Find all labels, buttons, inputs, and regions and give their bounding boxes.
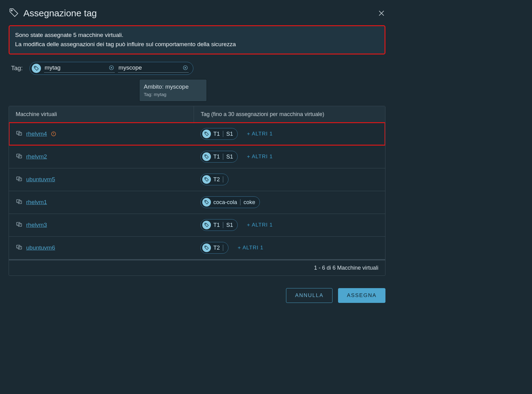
more-tags-link[interactable]: + ALTRI 1 (238, 245, 264, 251)
dialog-title: Assegnazione tag (23, 8, 97, 18)
chip-scope: S1 (226, 222, 233, 228)
cell-tags: T2 (194, 169, 385, 190)
tooltip-tag: Tag: mytag (144, 91, 202, 98)
tag-chip[interactable]: T2 (200, 242, 228, 254)
dialog-header: Assegnazione tag (9, 7, 385, 19)
warning-line-1: Sono state assegnate 5 macchine virtuali… (15, 30, 379, 40)
tag-chip-icon (202, 243, 211, 252)
vm-icon (16, 175, 22, 184)
chip-tag: coca-cola (213, 199, 237, 206)
close-icon[interactable] (377, 9, 385, 17)
tag-name-input[interactable] (45, 64, 106, 71)
svg-point-7 (205, 133, 206, 133)
chip-tag: T2 (213, 176, 220, 183)
svg-point-16 (205, 201, 206, 202)
more-tags-link[interactable]: + ALTRI 1 (247, 222, 273, 228)
svg-point-13 (205, 178, 206, 179)
tag-chip[interactable]: T1S1 (200, 128, 238, 140)
vm-icon (16, 198, 22, 207)
more-tags-link[interactable]: + ALTRI 1 (247, 131, 273, 137)
table-row: rhelvm3T1S1+ ALTRI 1 (9, 214, 385, 236)
tag-pill (30, 62, 193, 75)
dialog-actions: ANNULLA ASSEGNA (9, 288, 385, 303)
table-row: rhelvm1coca-colacoke (9, 191, 385, 214)
tag-chip-icon (202, 130, 211, 138)
vm-icon (16, 130, 22, 138)
cell-vm: rhelvm1 (9, 193, 194, 211)
table-row: ubuntuvm6T2+ ALTRI 1 (9, 236, 385, 259)
cell-tags: coca-colacoke (194, 191, 385, 213)
vm-link[interactable]: ubuntuvm6 (26, 244, 55, 251)
cell-tags: T1S1+ ALTRI 1 (194, 214, 385, 236)
table-row: rhelvm4T1S1+ ALTRI 1 (9, 123, 385, 145)
clear-tag-icon[interactable] (109, 65, 114, 70)
tag-chip-icon (202, 152, 211, 161)
tag-chip[interactable]: T1S1 (200, 219, 238, 231)
chip-tag: T1 (213, 154, 220, 160)
cell-tags: T2+ ALTRI 1 (194, 237, 385, 259)
vm-tag-table: Macchine virtuali Tag (fino a 30 assegna… (9, 106, 385, 276)
vm-icon (16, 153, 22, 161)
table-row: ubuntuvm5T2 (9, 168, 385, 191)
cell-tags: T1S1+ ALTRI 1 (194, 123, 385, 145)
cell-vm: ubuntuvm6 (9, 239, 194, 257)
assign-button[interactable]: ASSEGNA (338, 288, 385, 303)
svg-point-1 (35, 67, 35, 67)
clear-scope-icon[interactable] (183, 65, 188, 70)
tag-scope-input[interactable] (119, 64, 180, 71)
tag-tooltip: Ambito: myscope Tag: mytag (139, 79, 207, 102)
chip-tag: T2 (213, 245, 220, 251)
svg-point-10 (205, 155, 206, 156)
vm-link[interactable]: rhelvm2 (26, 153, 47, 160)
tag-icon (9, 7, 19, 19)
chip-scope: coke (244, 199, 255, 206)
svg-point-22 (205, 247, 206, 247)
vm-link[interactable]: rhelvm3 (26, 222, 47, 228)
tag-chip[interactable]: T1S1 (200, 151, 238, 163)
tag-pill-icon (32, 64, 41, 73)
vm-icon (16, 221, 22, 229)
svg-point-0 (11, 10, 12, 11)
tag-input-row: Tag: (9, 62, 385, 75)
vm-link[interactable]: rhelvm1 (26, 199, 47, 206)
title-wrap: Assegnazione tag (9, 7, 97, 19)
tooltip-scope: Ambito: myscope (144, 82, 202, 91)
table-body: rhelvm4T1S1+ ALTRI 1rhelvm2T1S1+ ALTRI 1… (9, 123, 385, 259)
svg-point-19 (205, 224, 206, 224)
vm-link[interactable]: ubuntuvm5 (26, 176, 55, 183)
tag-chip-icon (202, 221, 211, 229)
vm-link[interactable]: rhelvm4 (26, 131, 47, 137)
tag-scope-input-wrap (118, 64, 189, 73)
warning-icon (51, 131, 56, 137)
cell-vm: rhelvm3 (9, 216, 194, 234)
warning-line-2: La modifica delle assegnazioni dei tag p… (15, 40, 379, 49)
col-header-vm: Macchine virtuali (9, 106, 194, 123)
col-header-tags: Tag (fino a 30 assegnazioni per macchina… (194, 106, 385, 123)
chip-scope: S1 (226, 154, 233, 160)
tag-assignment-dialog: Assegnazione tag Sono state assegnate 5 … (0, 0, 394, 312)
tag-chip-icon (202, 198, 211, 207)
table-row: rhelvm2T1S1+ ALTRI 1 (9, 145, 385, 168)
chip-tag: T1 (213, 222, 220, 228)
tag-chip[interactable]: T2 (200, 174, 228, 185)
tag-chip[interactable]: coca-colacoke (200, 196, 260, 208)
warning-banner: Sono state assegnate 5 macchine virtuali… (9, 25, 385, 54)
table-header: Macchine virtuali Tag (fino a 30 assegna… (9, 106, 385, 123)
cell-vm: rhelvm2 (9, 148, 194, 166)
tag-name-input-wrap (44, 64, 115, 73)
cell-vm: ubuntuvm5 (9, 171, 194, 189)
vm-icon (16, 244, 22, 252)
tag-chip-icon (202, 175, 211, 184)
tag-field-label: Tag: (11, 65, 23, 72)
chip-tag: T1 (213, 131, 220, 137)
table-footer: 1 - 6 di 6 Macchine virtuali (9, 260, 385, 275)
more-tags-link[interactable]: + ALTRI 1 (247, 154, 273, 160)
cancel-button[interactable]: ANNULLA (286, 288, 332, 303)
cell-vm: rhelvm4 (9, 125, 194, 143)
chip-scope: S1 (226, 131, 233, 137)
cell-tags: T1S1+ ALTRI 1 (194, 146, 385, 167)
